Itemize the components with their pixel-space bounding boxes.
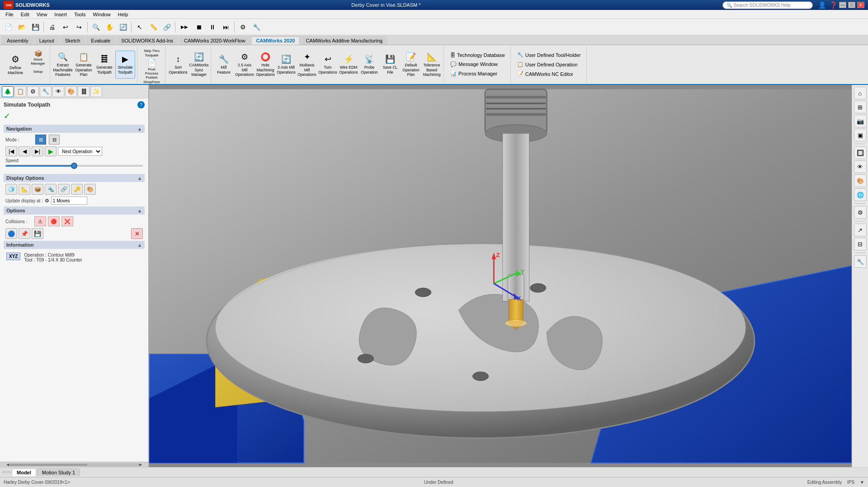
opt-btn-2[interactable]: 📌 bbox=[19, 228, 30, 239]
sort-operations-btn[interactable]: ↕ SortOperations bbox=[168, 51, 188, 79]
speed-slider-thumb[interactable] bbox=[71, 163, 77, 169]
user-defined-tool-item[interactable]: 🔧 User Defined Tool/Holder bbox=[515, 51, 583, 59]
pan-btn[interactable]: ✋ bbox=[103, 21, 116, 33]
operation-dropdown[interactable]: Next Operation Next Step End bbox=[58, 147, 102, 156]
fm-tab-magicbtn[interactable]: ✨ bbox=[90, 86, 102, 97]
redo-btn[interactable]: ↪ bbox=[73, 21, 85, 33]
cam-btn-2[interactable]: ⏹ bbox=[193, 21, 205, 33]
nav-first-btn[interactable]: |◀ bbox=[5, 146, 17, 156]
collision-btn-1[interactable]: ⚠ bbox=[34, 216, 46, 226]
information-section-header[interactable]: Information ▲ bbox=[4, 241, 145, 249]
fm-tab-cam[interactable]: 🔧 bbox=[40, 86, 52, 97]
new-btn[interactable]: 📄 bbox=[2, 21, 14, 33]
mode-btn-1[interactable]: ⊞ bbox=[35, 135, 46, 145]
fm-tab-display[interactable]: 👁 bbox=[52, 86, 64, 97]
menu-insert[interactable]: Insert bbox=[51, 11, 71, 18]
right-btn-scene[interactable]: 🌐 bbox=[854, 188, 867, 201]
tab-evaluate[interactable]: Evaluate bbox=[86, 36, 115, 45]
rotate-btn[interactable]: 🔄 bbox=[117, 21, 129, 33]
define-machine-btn[interactable]: ⚙ DefineMachine bbox=[4, 51, 27, 79]
nav-last-btn[interactable]: ▶| bbox=[32, 146, 43, 156]
mill-feature-btn[interactable]: 🔧 MillFeature bbox=[214, 51, 234, 79]
right-btn-front[interactable]: ▣ bbox=[854, 129, 867, 141]
simulate-toolpath-btn[interactable]: ▶ SimulateToolpath bbox=[115, 51, 135, 79]
right-btn-zoom[interactable]: ⊞ bbox=[854, 101, 867, 113]
right-btn-section[interactable]: ⊟ bbox=[854, 238, 867, 250]
opt-btn-3[interactable]: 💾 bbox=[32, 228, 43, 239]
menu-view[interactable]: View bbox=[33, 11, 51, 18]
undo-btn[interactable]: ↩ bbox=[59, 21, 72, 33]
speed-slider-track[interactable] bbox=[5, 165, 143, 167]
right-btn-home[interactable]: ⌂ bbox=[854, 87, 867, 99]
disp-btn-4[interactable]: 🔩 bbox=[45, 184, 57, 195]
camworks-nc-editor-item[interactable]: 📝 CAMWorks NC Editor bbox=[515, 70, 583, 78]
mode-btn-2[interactable]: ⊟ bbox=[49, 135, 60, 145]
process-manager-item[interactable]: 📊 Process Manager bbox=[448, 70, 507, 78]
collision-btn-3[interactable]: ❌ bbox=[61, 216, 73, 226]
right-btn-cam-view[interactable]: ⚙ bbox=[854, 206, 867, 219]
right-btn-perspective[interactable]: 📷 bbox=[854, 115, 867, 127]
tab-unnamed[interactable] bbox=[2, 471, 11, 473]
3axis-mill-btn[interactable]: 🔄 3 Axis MillOperations bbox=[276, 51, 296, 79]
nav-prev-btn[interactable]: ◀ bbox=[19, 146, 30, 156]
scrollbar-track[interactable] bbox=[9, 464, 139, 466]
tab-sketch[interactable]: Sketch bbox=[60, 36, 85, 45]
right-btn-display-style[interactable]: 🔲 bbox=[854, 146, 867, 159]
disp-btn-7[interactable]: 🎨 bbox=[84, 184, 96, 195]
help-icon[interactable]: ❓ bbox=[830, 1, 837, 9]
extract-features-btn[interactable]: 🔍 ExtractMachinableFeatures bbox=[53, 51, 73, 79]
menu-file[interactable]: File bbox=[2, 11, 17, 18]
post-process-btn[interactable]: 📄 Post Process bbox=[142, 61, 162, 74]
minimize-button[interactable]: — bbox=[839, 2, 846, 8]
open-btn[interactable]: 📂 bbox=[15, 21, 28, 33]
cam-btn-1[interactable]: ▶▶ bbox=[177, 21, 192, 33]
update-input[interactable] bbox=[51, 197, 87, 205]
message-window-item[interactable]: 💬 Message Window bbox=[448, 61, 507, 68]
options-btn[interactable]: ⚙ bbox=[236, 21, 249, 33]
publish-shopfloor-btn[interactable]: Publish ShopFloor bbox=[142, 75, 162, 84]
disp-btn-3[interactable]: 📦 bbox=[32, 184, 43, 195]
probe-operation-btn[interactable]: 📡 ProbeOperation bbox=[359, 51, 379, 79]
tab-layout[interactable]: Layout bbox=[34, 36, 59, 45]
right-btn-settings[interactable]: 🔧 bbox=[854, 255, 867, 268]
hole-machining-btn[interactable]: ⭕ HoleMachiningOperations bbox=[255, 51, 275, 79]
help-button[interactable]: ? bbox=[137, 101, 145, 108]
disp-btn-6[interactable]: 🔑 bbox=[71, 184, 83, 195]
fm-tab-featuremanager[interactable]: 🌲 bbox=[2, 86, 14, 97]
fm-tab-route[interactable]: 🛤 bbox=[78, 86, 90, 97]
multiaxis-mill-btn[interactable]: ✦ MultiaxisMillOperations bbox=[297, 51, 317, 79]
options-section-header[interactable]: Options ▲ bbox=[4, 206, 145, 215]
print-btn[interactable]: 🖨 bbox=[46, 21, 58, 33]
cam-btn-3[interactable]: ⏸ bbox=[206, 21, 219, 33]
step-thru-btn[interactable]: Step Thru Toolpath bbox=[142, 47, 162, 60]
save-btn[interactable]: 💾 bbox=[29, 21, 42, 33]
generate-toolpath-btn[interactable]: 🛤 GenerateToolpath bbox=[94, 51, 114, 79]
maximize-button[interactable]: □ bbox=[848, 2, 855, 8]
scroll-right-arrow[interactable]: ▶ bbox=[139, 463, 142, 467]
tab-camworks-workflow[interactable]: CAMWorks 2020-WorkFlow bbox=[179, 36, 250, 45]
tab-motion-study[interactable]: Motion Study 1 bbox=[37, 468, 80, 476]
25axis-mill-btn[interactable]: ⚙ 2.5 AxisMillOperations bbox=[235, 51, 255, 79]
navigation-section-header[interactable]: Navigation ▲ bbox=[4, 125, 145, 133]
collision-btn-2[interactable]: 🔴 bbox=[48, 216, 60, 226]
tab-assembly[interactable]: Assembly bbox=[2, 36, 33, 45]
select-btn[interactable]: ↖ bbox=[133, 21, 146, 33]
setup-btn[interactable]: Setup bbox=[28, 66, 48, 78]
user-icon[interactable]: 👤 bbox=[818, 1, 826, 9]
fm-tab-propertyman[interactable]: 📋 bbox=[14, 86, 26, 97]
disp-btn-5[interactable]: 🔗 bbox=[58, 184, 70, 195]
opt-delete-btn[interactable]: ✕ bbox=[131, 228, 143, 239]
status-units-dropdown[interactable]: ▼ bbox=[860, 480, 864, 485]
default-op-plan-btn[interactable]: 📝 DefaultOperationPlan bbox=[401, 51, 421, 79]
tab-camworks-2020[interactable]: CAMWorks 2020 bbox=[251, 36, 300, 45]
mate-btn[interactable]: 🔗 bbox=[160, 21, 173, 33]
right-btn-snap[interactable]: ↗ bbox=[854, 224, 867, 236]
technology-db-item[interactable]: 🗄 Technology Database bbox=[448, 52, 507, 59]
camworks-sync-btn[interactable]: 🔄 CAMWorksSyncManager bbox=[189, 51, 209, 79]
opt-btn-1[interactable]: 🔵 bbox=[5, 228, 17, 239]
disp-btn-1[interactable]: 🧊 bbox=[5, 184, 17, 195]
menu-help[interactable]: Help bbox=[114, 11, 132, 18]
cam-btn-4[interactable]: ⏭ bbox=[220, 21, 232, 33]
right-btn-appearance[interactable]: 🎨 bbox=[854, 174, 867, 187]
stock-manager-btn[interactable]: 📦 Stock Manager bbox=[28, 51, 48, 65]
